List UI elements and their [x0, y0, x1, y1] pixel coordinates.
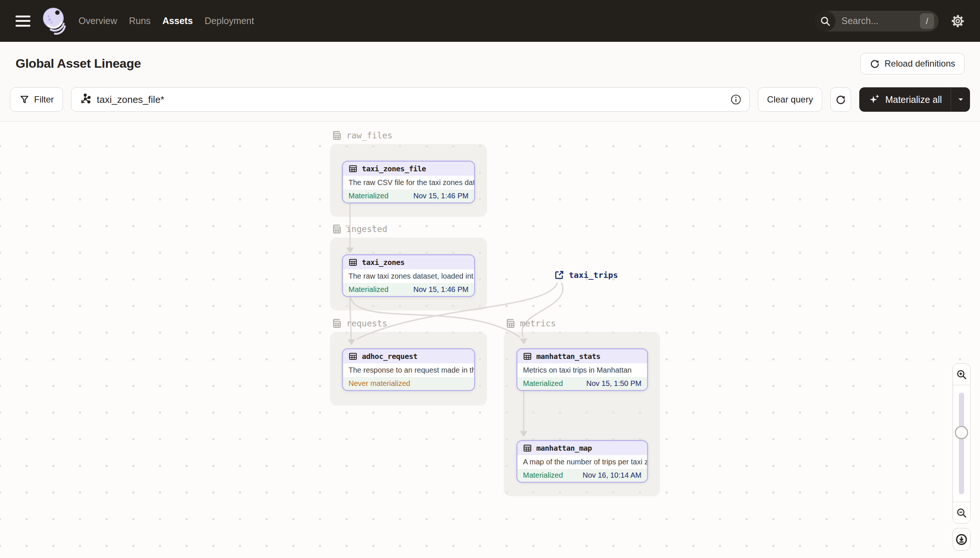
clear-query-button[interactable]: Clear query — [758, 87, 822, 112]
table-icon — [348, 351, 358, 361]
asset-selection-value: taxi_zones_file* — [97, 94, 725, 105]
asset-node-manhattan-stats[interactable]: manhattan_stats Metrics on taxi trips in… — [516, 348, 648, 391]
fit-to-view-button[interactable] — [953, 528, 970, 551]
asset-timestamp: Nov 16, 10:14 AM — [583, 471, 641, 479]
asset-name: taxi_zones_file — [362, 164, 426, 173]
zoom-slider[interactable] — [953, 385, 970, 502]
search-placeholder: Search... — [842, 16, 920, 26]
nav-link-deployment[interactable]: Deployment — [205, 16, 254, 26]
asset-node-manhattan-map[interactable]: manhattan_map A map of the number of tri… — [516, 440, 648, 483]
asset-description: The raw taxi zones dataset, loaded int..… — [343, 269, 474, 283]
page-header: Global Asset Lineage Reload definitions … — [0, 42, 980, 122]
info-icon[interactable] — [730, 94, 742, 105]
asset-timestamp: Nov 15, 1:46 PM — [413, 285, 468, 294]
asset-selection-icon — [79, 93, 92, 106]
top-nav-bar: Overview Runs Assets Deployment Search..… — [0, 0, 980, 42]
asset-node-adhoc-request[interactable]: adhoc_request The response to an request… — [342, 348, 475, 391]
table-icon — [348, 164, 358, 174]
group-label-metrics[interactable]: metrics — [505, 318, 556, 329]
group-tables-icon — [505, 318, 516, 329]
zoom-controls — [953, 363, 970, 524]
settings-gear-icon[interactable] — [950, 13, 966, 29]
asset-description: Metrics on taxi trips in Manhattan — [517, 363, 647, 377]
search-icon — [815, 11, 835, 31]
zoom-in-button[interactable] — [953, 364, 970, 385]
zoom-out-button[interactable] — [953, 502, 970, 523]
filter-funnel-icon — [19, 94, 30, 105]
asset-status: Materialized — [349, 285, 389, 294]
asset-name: manhattan_stats — [536, 352, 600, 361]
group-tables-icon — [331, 223, 343, 235]
chevron-down-icon — [957, 96, 964, 103]
materialize-dropdown-caret[interactable] — [951, 87, 970, 112]
search-shortcut-key: / — [920, 13, 934, 29]
zoom-slider-track[interactable] — [959, 392, 964, 494]
refresh-icon — [835, 94, 846, 105]
search-input[interactable]: Search... / — [815, 11, 939, 31]
table-icon — [348, 258, 358, 267]
asset-selection-input[interactable]: taxi_zones_file* — [71, 87, 749, 112]
asset-name: manhattan_map — [536, 444, 592, 453]
refresh-button[interactable] — [830, 87, 851, 112]
filter-button[interactable]: Filter — [10, 87, 63, 112]
asset-description: The response to an request made in th... — [343, 363, 474, 377]
nav-links: Overview Runs Assets Deployment — [79, 16, 254, 26]
asset-status: Materialized — [349, 192, 389, 200]
asset-node-taxi-zones[interactable]: taxi_zones The raw taxi zones dataset, l… — [342, 254, 475, 297]
menu-icon[interactable] — [16, 16, 30, 27]
external-link-icon — [554, 270, 565, 280]
sparkles-icon — [868, 93, 881, 106]
nav-link-overview[interactable]: Overview — [79, 16, 117, 26]
table-icon — [522, 443, 532, 453]
table-icon — [522, 351, 532, 361]
reload-icon — [870, 59, 880, 69]
dagster-app: Overview Runs Assets Deployment Search..… — [0, 0, 980, 558]
reload-definitions-button[interactable]: Reload definitions — [860, 53, 964, 74]
dagster-logo-icon[interactable] — [41, 6, 68, 36]
asset-timestamp: Nov 15, 1:46 PM — [413, 192, 468, 200]
asset-name: adhoc_request — [362, 352, 417, 361]
asset-description: A map of the number of trips per taxi z.… — [517, 455, 647, 469]
nav-link-runs[interactable]: Runs — [129, 16, 150, 26]
materialize-all-button[interactable]: Materialize all — [859, 87, 970, 112]
group-tables-icon — [331, 130, 343, 141]
asset-status: Never materialized — [349, 379, 410, 388]
asset-lineage-canvas[interactable]: raw_files ingested requests m — [0, 122, 980, 558]
zoom-slider-handle[interactable] — [955, 426, 968, 439]
download-circle-icon — [955, 533, 968, 546]
asset-description: The raw CSV file for the taxi zones dat.… — [343, 176, 474, 189]
asset-timestamp: Nov 15, 1:50 PM — [586, 379, 641, 388]
zoom-in-icon — [956, 369, 967, 380]
lineage-edges — [0, 122, 980, 558]
external-asset-taxi-trips[interactable]: taxi_trips — [554, 270, 618, 280]
asset-name: taxi_zones — [362, 258, 404, 267]
group-label-raw-files[interactable]: raw_files — [331, 130, 393, 141]
asset-status: Materialized — [523, 379, 563, 388]
asset-status: Materialized — [523, 471, 563, 479]
zoom-out-icon — [956, 507, 967, 519]
group-label-ingested[interactable]: ingested — [331, 223, 387, 235]
nav-link-assets[interactable]: Assets — [163, 16, 193, 26]
page-title: Global Asset Lineage — [16, 56, 141, 71]
asset-node-taxi-zones-file[interactable]: taxi_zones_file The raw CSV file for the… — [342, 161, 475, 204]
group-label-requests[interactable]: requests — [331, 318, 387, 329]
group-tables-icon — [331, 318, 343, 329]
